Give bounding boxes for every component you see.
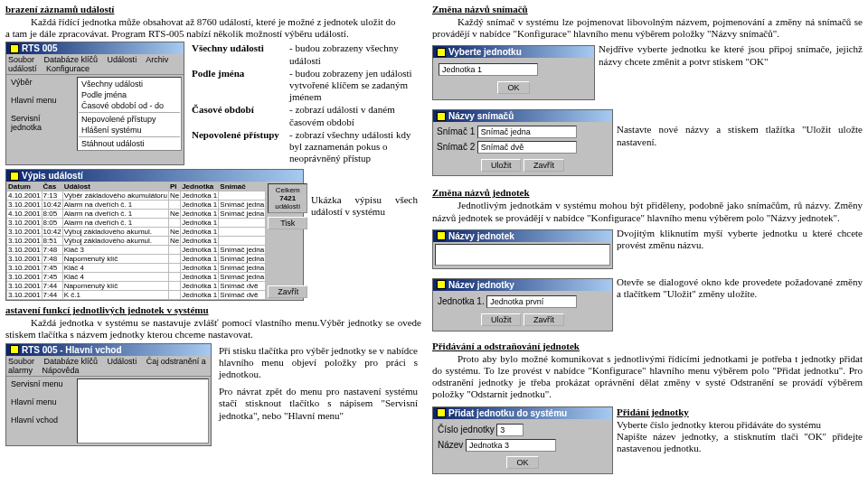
table-cell: Jednotka 1 bbox=[181, 291, 219, 300]
ok-button[interactable]: OK bbox=[506, 456, 538, 469]
window-title: RTS 005 bbox=[22, 43, 57, 53]
table-cell: Jednotka 1 bbox=[181, 228, 219, 237]
def-term: Všechny události bbox=[192, 42, 289, 66]
table-row[interactable]: 4.10.20018:05Alarm na dveřích č. 1NeJedn… bbox=[7, 210, 266, 219]
submenu-item[interactable]: Podle jména bbox=[79, 89, 180, 100]
table-cell: Ne bbox=[168, 210, 180, 219]
sensor-label: Snímač 2 bbox=[437, 142, 475, 152]
close-button[interactable]: Zavřít bbox=[524, 159, 564, 172]
table-cell: Snímač jedna bbox=[219, 264, 266, 273]
col-header: Čas bbox=[42, 182, 62, 191]
unit-select-field[interactable]: Jednotka 1 bbox=[439, 63, 538, 76]
menubar[interactable]: Soubor Databáze klíčů Události Čaj odstr… bbox=[6, 356, 211, 377]
save-button[interactable]: Uložit bbox=[481, 159, 522, 172]
sidebar-item[interactable]: Hlavní menu bbox=[8, 397, 73, 407]
table-cell bbox=[168, 282, 180, 291]
window-title: Vyberte jednotku bbox=[448, 47, 522, 57]
def-term: Nepovolené přístupy bbox=[192, 129, 289, 165]
table-cell: Jednotka 1 bbox=[181, 273, 219, 282]
menu-item[interactable]: Databáze klíčů bbox=[44, 55, 99, 64]
submenu-item[interactable]: Hlášení systému bbox=[79, 125, 180, 135]
table-row[interactable]: 3.10.20017:45Kláč 4Jednotka 1Snímač jedn… bbox=[7, 273, 266, 282]
table-row[interactable]: 3.10.20017:45Kláč 4Jednotka 1Snímač jedn… bbox=[7, 264, 266, 273]
print-button[interactable]: Tisk bbox=[268, 217, 307, 229]
window-title: Přidat jednotku do systému bbox=[448, 408, 567, 418]
menu-item[interactable]: Soubor bbox=[8, 357, 34, 366]
table-cell: 10:42 bbox=[42, 228, 62, 237]
close-button[interactable]: Zavřít bbox=[268, 285, 307, 298]
col-header: Jednotka bbox=[181, 182, 219, 191]
menubar[interactable]: Soubor Databáze klíčů Události Archiv ud… bbox=[6, 54, 184, 75]
sensor-name-input[interactable]: Snímač jedna bbox=[477, 126, 577, 138]
unit-label: Jednotka 1. bbox=[438, 296, 485, 306]
table-cell: Jednotka 1 bbox=[181, 219, 219, 228]
table-cell bbox=[168, 291, 180, 300]
table-cell: Snímač dvě bbox=[219, 291, 266, 300]
menu-item[interactable]: Události bbox=[108, 55, 137, 64]
table-cell bbox=[168, 246, 180, 255]
window-rts-main: RTS 005 Soubor Databáze klíčů Události A… bbox=[5, 42, 184, 165]
sidebar-item[interactable]: Hlavní menu bbox=[8, 95, 73, 106]
table-row[interactable]: 3.10.20018:51Výboj základového akumul.Ne… bbox=[7, 237, 266, 246]
table-row[interactable]: 4.10.20017:13Výběr základového akumuláto… bbox=[7, 191, 266, 201]
app-icon bbox=[10, 345, 19, 354]
table-cell: 7:13 bbox=[42, 191, 62, 201]
sidebar-item[interactable]: Servisní jednotka bbox=[8, 113, 73, 133]
window-title: Názvy jednotek bbox=[448, 231, 514, 241]
window-add-unit: Přidat jednotku do systému Číslo jednotk… bbox=[432, 406, 613, 474]
unit-name-input[interactable]: Jednotka první bbox=[486, 295, 577, 308]
sidebar-item[interactable]: Výběr bbox=[8, 77, 73, 88]
submenu-item[interactable]: Všechny události bbox=[79, 79, 180, 89]
table-cell: 8:51 bbox=[42, 237, 62, 246]
menu-item[interactable]: Soubor bbox=[8, 55, 34, 64]
field-label: Název bbox=[438, 440, 463, 450]
table-row[interactable]: 3.10.200110:42Alarm na dveřích č. 1Jedno… bbox=[7, 201, 266, 210]
heading-sensor-names: Změna názvů snímačů bbox=[432, 4, 863, 14]
window-events-list: Výpis událostí DatumČasUdálostPlJednotka… bbox=[5, 169, 304, 301]
app-icon bbox=[437, 48, 446, 57]
table-cell: 7:45 bbox=[42, 264, 62, 273]
window-title: Výpis událostí bbox=[22, 171, 83, 181]
p-sensor-names: Každý snímač v systému lze pojmenovat li… bbox=[432, 16, 863, 40]
submenu-item[interactable]: Nepovolené přístupy bbox=[79, 114, 180, 125]
table-cell: Snímač jedna bbox=[219, 255, 266, 264]
menu-item[interactable]: Databáze klíčů bbox=[44, 357, 99, 366]
sidebar-item[interactable]: Hlavní vchod bbox=[8, 415, 73, 425]
table-row[interactable]: 3.10.20017:44Napomenutý klíčJednotka 1Sn… bbox=[7, 282, 266, 291]
sensor-name-input[interactable]: Snímač dvě bbox=[477, 141, 577, 154]
field-label: Číslo jednotky bbox=[438, 425, 495, 434]
menu-item[interactable]: Nápověda bbox=[42, 366, 80, 375]
def-desc: - budou zobrazeny jen události vytvořené… bbox=[289, 68, 418, 104]
table-cell bbox=[219, 219, 266, 228]
table-cell bbox=[219, 228, 266, 237]
table-row[interactable]: 3.10.20017:44K č.1Jednotka 1Snímač dvě bbox=[7, 291, 266, 300]
table-row[interactable]: 3.10.20017:48Napomenutý klíčJednotka 1Sn… bbox=[7, 255, 266, 264]
table-cell: Jednotka 1 bbox=[181, 264, 219, 273]
table-row[interactable]: 3.10.20018:05Alarm na dveřích č. 1Jednot… bbox=[7, 219, 266, 228]
sidebar-item[interactable]: Servisní menu bbox=[8, 378, 73, 389]
def-desc: - budou zobrazeny všechny události bbox=[289, 42, 418, 66]
count-value: 7421 bbox=[272, 194, 303, 202]
table-cell: Snímač jedna bbox=[219, 273, 266, 282]
unit-number-input[interactable]: 3 bbox=[496, 424, 524, 436]
table-cell bbox=[168, 201, 180, 210]
submenu-item[interactable]: Časové období od - do bbox=[79, 100, 180, 111]
table-cell: Napomenutý klíč bbox=[62, 282, 168, 291]
ok-button[interactable]: OK bbox=[497, 81, 529, 94]
count-unit: událostí bbox=[272, 202, 303, 210]
table-cell: Alarm na dveřích č. 1 bbox=[62, 201, 168, 210]
p-add-remove: Proto aby bylo možné komunikovat s jedno… bbox=[432, 353, 863, 401]
table-row[interactable]: 3.10.200110:42Výboj základového akumul.N… bbox=[7, 228, 266, 237]
window-unit-name-edit: Název jednotky Jednotka 1. Jednotka prvn… bbox=[432, 278, 613, 332]
table-cell: Kláč 4 bbox=[62, 273, 168, 282]
menu-item[interactable]: Události bbox=[108, 357, 137, 366]
menu-item[interactable]: Konfigurace bbox=[46, 64, 90, 73]
unit-name-input[interactable]: Jednotka 3 bbox=[466, 439, 556, 452]
save-button[interactable]: Uložit bbox=[481, 313, 522, 326]
table-cell: 3.10.2001 bbox=[7, 237, 42, 246]
submenu-item[interactable]: Stáhnout události bbox=[79, 138, 180, 149]
table-row[interactable]: 3.10.20017:48Kláč 3Jednotka 1Snímač jedn… bbox=[7, 246, 266, 255]
count-label: Celkem bbox=[272, 186, 303, 194]
close-button[interactable]: Zavřít bbox=[524, 313, 564, 326]
window-title: RTS 005 - Hlavní vchod bbox=[22, 345, 122, 355]
